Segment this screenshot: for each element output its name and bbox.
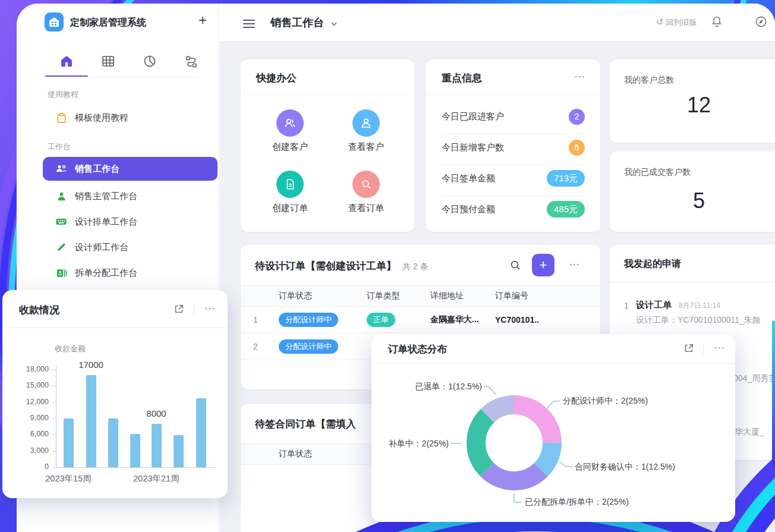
donut-label-split-order: 已分配拆单/拆单中：2(25%) <box>525 497 629 508</box>
person-icon <box>352 109 380 137</box>
card-header: 重点信息 ⋯ <box>426 59 600 95</box>
sidebar-item-label: 拆单分配工作台 <box>75 267 137 279</box>
count-badge: 6 <box>569 140 585 156</box>
page-title[interactable]: 销售工作台 <box>270 15 324 30</box>
clipboard-icon <box>55 111 68 124</box>
route-icon <box>185 55 198 68</box>
y-axis-tick <box>52 451 56 452</box>
shortcut-label: 创建订单 <box>260 203 320 214</box>
tab-table[interactable] <box>100 53 116 69</box>
search-icon[interactable] <box>509 259 522 272</box>
column-header[interactable]: 详细地址 <box>422 291 487 301</box>
more-options-icon[interactable]: ⋯ <box>574 70 586 83</box>
key-info-row: 今日已跟进客户 2 <box>442 103 585 130</box>
add-workspace-button[interactable]: + <box>199 12 207 29</box>
people-icon <box>276 109 304 137</box>
background-swirl-stripe <box>772 321 775 467</box>
add-order-button[interactable]: + <box>532 254 555 276</box>
donut-label-returned: 已退单：1(12.5%) <box>405 382 482 392</box>
order-status-distribution-card: 订单状态分布 ⋯ <box>371 334 735 522</box>
amount-badge: 485元 <box>547 201 585 218</box>
key-info-row: 今日签单金额 713元 <box>442 165 585 192</box>
key-info-label: 今日签单金额 <box>442 173 495 184</box>
restore-icon: ↺ <box>656 17 664 27</box>
shortcut-view-order[interactable]: 查看订单 <box>336 171 396 214</box>
request-description: 设计工单：YC70010100011_朱颜 <box>636 315 775 326</box>
app-logo-icon[interactable] <box>45 12 64 32</box>
key-info-row: 今日预付金额 485元 <box>442 196 585 223</box>
sidebar-item-label: 设计师工作台 <box>75 242 128 253</box>
table-title: 待签合同订单【需填入 <box>255 417 356 431</box>
chevron-down-icon[interactable] <box>330 20 338 30</box>
status-badge: 分配设计师中 <box>279 313 338 327</box>
hamburger-menu-icon[interactable] <box>243 17 255 27</box>
record-count: 共 2 条 <box>402 262 429 271</box>
more-options-icon[interactable]: ⋯ <box>569 258 581 271</box>
person-icon <box>55 190 68 203</box>
app-title: 定制家居管理系统 <box>70 17 146 29</box>
search-icon <box>352 171 380 198</box>
y-axis-tick <box>52 402 56 403</box>
column-header[interactable]: 订单状态 <box>270 449 358 459</box>
order-type-badge: 正单 <box>367 313 395 327</box>
grid-icon <box>102 55 115 68</box>
keyboard-icon <box>55 215 68 228</box>
document-icon <box>276 171 304 198</box>
key-info-label: 今日预付金额 <box>442 204 495 215</box>
y-axis-tick-label: 3,000 <box>2 446 49 455</box>
shortcut-label: 创建客户 <box>260 141 320 153</box>
y-axis-tick-label: 12,000 <box>2 398 49 406</box>
compass-icon[interactable] <box>755 15 768 29</box>
bar <box>86 375 96 467</box>
y-axis-tick <box>52 418 56 419</box>
request-title-line[interactable]: 设计工单 8月7日 11:14 <box>636 300 720 311</box>
stat-card-total-customers: 我的客户总数 12 <box>610 59 775 143</box>
quick-office-card: 快捷办公 创建客户 查看客户 <box>241 59 414 232</box>
table-row[interactable]: 1 分配设计师中 正单 金隅嘉华大... YC700101.. <box>241 307 600 333</box>
sidebar-item-designer-workbench[interactable]: 设计师工作台 <box>43 235 218 259</box>
pencil-icon <box>55 241 68 254</box>
shortcut-create-customer[interactable]: 创建客户 <box>260 109 320 153</box>
sidebar-item-label: 设计排单工作台 <box>75 216 137 228</box>
column-header[interactable]: 订单状态 <box>270 291 358 301</box>
shortcut-view-customer[interactable]: 查看客户 <box>336 109 396 153</box>
column-header[interactable]: 订单编号 <box>487 291 600 301</box>
y-axis-tick-label: 18,000 <box>2 365 49 373</box>
payments-card: 收款情况 ⋯ 收款金额 03,0006,0009,00012,00015,000… <box>2 290 228 498</box>
y-axis-tick-label: 15,000 <box>2 381 49 389</box>
notification-bell-icon[interactable] <box>711 15 724 29</box>
address-cell: 金隅嘉华大... <box>422 314 487 325</box>
sidebar-item-template-tutorial[interactable]: 模板使用教程 <box>43 106 218 130</box>
status-badge: 分配设计师中 <box>279 339 338 354</box>
topbar: 销售工作台 ↺回到旧版 <box>219 4 775 42</box>
divider <box>610 282 775 282</box>
stat-value: 5 <box>610 188 775 213</box>
key-info-label: 今日已跟进客户 <box>442 111 504 122</box>
bar-chart-plot: 03,0006,0009,00012,00015,00018,000170008… <box>2 290 228 498</box>
sidebar-item-label: 销售主管工作台 <box>75 191 137 202</box>
x-axis-tick-label: 2023年21周 <box>115 473 198 484</box>
y-axis-tick <box>52 435 56 435</box>
bar <box>196 398 206 467</box>
sidebar-item-split-order-workbench[interactable]: 拆单分配工作台 <box>43 261 218 285</box>
tab-automation[interactable] <box>184 53 199 69</box>
sidebar-item-sales-manager-workbench[interactable]: 销售主管工作台 <box>43 184 218 208</box>
x-axis-line <box>56 467 215 468</box>
back-to-old-version-link[interactable]: ↺回到旧版 <box>656 17 697 28</box>
table-header-row: 订单状态 订单类型 详细地址 订单编号 <box>241 285 600 307</box>
tab-reports[interactable] <box>142 53 157 69</box>
sidebar-item-sales-workbench[interactable]: 销售工作台 <box>43 157 218 181</box>
request-time: 8月7日 11:14 <box>679 301 720 310</box>
column-header[interactable]: 订单类型 <box>358 291 422 301</box>
row-number: 2 <box>241 342 270 351</box>
y-axis-tick <box>52 467 56 468</box>
tab-home[interactable] <box>59 53 74 69</box>
y-axis-tick <box>52 370 56 370</box>
donut-chart <box>371 334 735 522</box>
table-title: 待设计订单【需创建设计工单】共 2 条 <box>255 259 429 273</box>
sidebar-item-label: 模板使用教程 <box>75 112 128 124</box>
key-info-label: 今日新增客户数 <box>442 142 504 153</box>
shortcut-create-order[interactable]: 创建订单 <box>260 171 320 214</box>
stat-label: 我的客户总数 <box>624 75 674 86</box>
sidebar-item-design-scheduling-workbench[interactable]: 设计排单工作台 <box>43 210 218 234</box>
